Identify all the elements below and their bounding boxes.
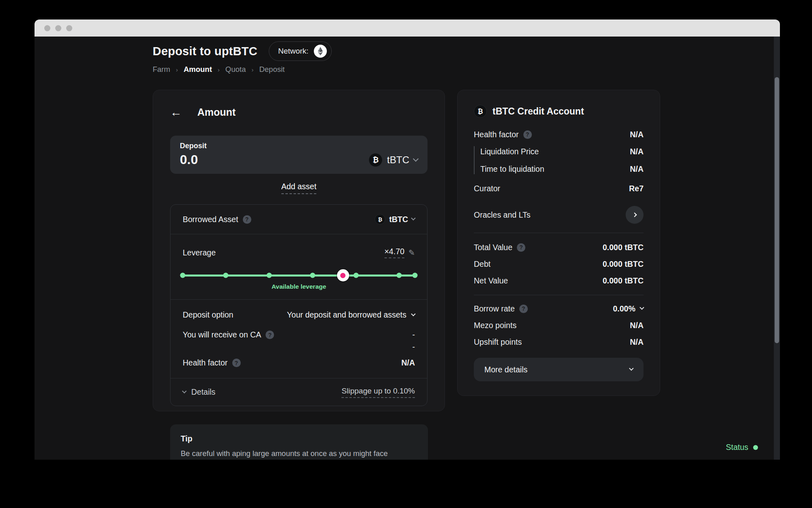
- help-icon[interactable]: [517, 243, 525, 252]
- debt-label: Debt: [474, 259, 490, 269]
- health-factor-label: Health factor: [183, 358, 228, 367]
- borrow-rate-value: 0.00%: [613, 304, 635, 313]
- details-toggle[interactable]: Details: [183, 387, 216, 397]
- liquidation-price-row: Liquidation Price N/A: [480, 146, 644, 157]
- details-label: Details: [191, 387, 216, 397]
- upshift-points-value: N/A: [630, 337, 644, 347]
- leverage-slider-handle[interactable]: [337, 269, 349, 281]
- deposit-options-block: Deposit option Your deposit and borrowed…: [171, 299, 427, 378]
- oracles-label: Oracles and LTs: [474, 210, 530, 220]
- upshift-points-label: Upshift points: [474, 337, 522, 347]
- help-icon[interactable]: [266, 331, 274, 339]
- app-window: Deposit to uptBTC Network: Farm › Amou: [35, 19, 780, 460]
- credit-account-header: ₿ tBTC Credit Account: [474, 105, 644, 118]
- borrowed-asset-selector[interactable]: ₿ tBTC: [375, 214, 415, 225]
- upshift-points-row: Upshift points N/A: [474, 337, 644, 347]
- tip-card: Tip Be careful with aping large amounts …: [170, 424, 428, 460]
- deposit-option-label: Deposit option: [183, 310, 233, 320]
- amount-panel-title: Amount: [197, 106, 235, 118]
- add-asset-button[interactable]: Add asset: [281, 182, 317, 194]
- receive-on-ca-label: You will receive on CA: [183, 330, 261, 339]
- status-indicator[interactable]: Status: [726, 443, 758, 452]
- deposit-option-value: Your deposit and borrowed assets: [287, 310, 406, 320]
- help-icon[interactable]: [519, 305, 528, 313]
- curator-value: Re7: [629, 184, 644, 193]
- oracles-open-button[interactable]: [626, 206, 644, 224]
- time-to-liquidation-label: Time to liquidation: [480, 164, 544, 174]
- credit-account-title: tBTC Credit Account: [492, 106, 584, 117]
- ethereum-icon: [314, 45, 327, 58]
- breadcrumb-separator: ›: [251, 66, 253, 73]
- scrollbar-track[interactable]: [774, 37, 780, 460]
- scrollbar-thumb[interactable]: [775, 77, 779, 343]
- more-details-button[interactable]: More details: [474, 358, 644, 381]
- borrowed-asset-row: Borrowed Asset ₿ tBTC: [171, 205, 427, 234]
- leverage-row: Leverage ×4.70 ✎ Available leverage: [171, 234, 427, 299]
- net-value-value: 0.000 tBTC: [603, 276, 644, 285]
- window-control-close[interactable]: [44, 25, 50, 31]
- page-title: Deposit to uptBTC: [153, 45, 257, 58]
- deposit-label: Deposit: [180, 142, 418, 150]
- total-value-label: Total Value: [474, 243, 512, 252]
- leverage-label: Leverage: [183, 248, 216, 257]
- chevron-down-icon: [182, 389, 186, 393]
- network-label: Network:: [278, 47, 309, 56]
- mezo-points-row: Mezo points N/A: [474, 320, 644, 331]
- leverage-dot: [223, 273, 229, 278]
- chevron-down-icon: [411, 216, 415, 220]
- breadcrumb-separator: ›: [218, 66, 220, 73]
- status-label: Status: [726, 443, 748, 452]
- net-value-row: Net Value 0.000 tBTC: [474, 275, 644, 286]
- debt-row: Debt 0.000 tBTC: [474, 259, 644, 269]
- deposit-amount-input[interactable]: 0.0: [180, 152, 198, 167]
- total-value-value: 0.000 tBTC: [603, 243, 644, 252]
- leverage-dot: [397, 273, 402, 278]
- divider: [474, 295, 644, 295]
- health-factor-value: N/A: [401, 358, 415, 367]
- window-titlebar: [35, 19, 780, 37]
- window-control-maximize[interactable]: [66, 25, 72, 31]
- chevron-right-icon: [632, 212, 637, 217]
- help-icon[interactable]: [243, 215, 251, 224]
- available-leverage-label: Available leverage: [183, 283, 415, 290]
- help-icon[interactable]: [523, 130, 532, 139]
- curator-row: Curator Re7: [474, 183, 644, 194]
- borrowed-token-name: tBTC: [389, 215, 408, 224]
- deposit-option-selector[interactable]: Your deposit and borrowed assets: [287, 310, 415, 320]
- leverage-slider: [183, 269, 415, 281]
- status-dot-icon: [753, 445, 758, 450]
- divider: [474, 233, 644, 233]
- edit-pencil-icon[interactable]: ✎: [408, 248, 415, 257]
- chevron-down-icon: [629, 366, 633, 371]
- tbtc-icon: ₿: [474, 105, 487, 118]
- breadcrumb-separator: ›: [176, 66, 178, 73]
- breadcrumb-deposit[interactable]: Deposit: [259, 65, 285, 74]
- leverage-dot: [353, 273, 358, 278]
- credit-account-panel: ₿ tBTC Credit Account Health factor N/A …: [457, 90, 660, 396]
- back-arrow-icon[interactable]: ←: [170, 106, 182, 118]
- deposit-token-name: tBTC: [387, 154, 409, 166]
- borrow-rate-expander[interactable]: 0.00%: [613, 304, 644, 313]
- slippage-setting[interactable]: Slippage up to 0.10%: [341, 387, 415, 398]
- borrowed-asset-label: Borrowed Asset: [183, 215, 238, 224]
- ca-health-factor-value: N/A: [630, 130, 644, 139]
- time-to-liquidation-value: N/A: [630, 164, 644, 174]
- deposit-token-selector[interactable]: ₿ tBTC: [369, 153, 418, 167]
- mezo-points-value: N/A: [630, 321, 644, 330]
- breadcrumb-quota[interactable]: Quota: [225, 65, 246, 74]
- leverage-slider-track[interactable]: [183, 275, 415, 277]
- oracles-row: Oracles and LTs: [474, 206, 644, 224]
- details-row: Details Slippage up to 0.10%: [171, 378, 427, 406]
- leverage-value[interactable]: ×4.70: [384, 247, 404, 258]
- breadcrumb: Farm › Amount › Quota › Deposit: [153, 65, 285, 74]
- tbtc-icon: ₿: [375, 214, 385, 225]
- ca-health-factor-label: Health factor: [474, 130, 519, 139]
- breadcrumb-farm[interactable]: Farm: [153, 65, 170, 74]
- help-icon[interactable]: [232, 359, 241, 367]
- window-control-minimize[interactable]: [55, 25, 61, 31]
- liquidation-subgroup: Liquidation Price N/A Time to liquidatio…: [474, 146, 644, 174]
- breadcrumb-amount[interactable]: Amount: [184, 65, 212, 74]
- network-selector[interactable]: Network:: [269, 41, 332, 61]
- leverage-dot: [412, 273, 418, 278]
- receive-on-ca-value-secondary: -: [183, 342, 415, 352]
